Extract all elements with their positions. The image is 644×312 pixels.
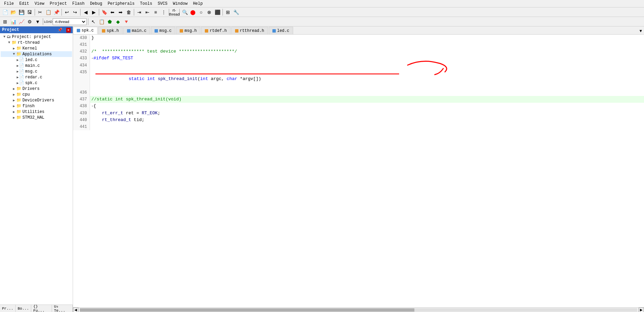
tree-led-c[interactable]: ▶ 📄 led.c (1, 57, 72, 63)
menu-help[interactable]: Help (190, 1, 205, 7)
download-button[interactable]: 🔻 (122, 18, 130, 25)
expand-led-c[interactable]: ▶ (16, 58, 19, 62)
cut-button[interactable]: ✂ (36, 8, 44, 16)
line-content-432[interactable]: /* **************** test device ********… (90, 48, 644, 55)
new-file-button[interactable]: 📄 (1, 8, 9, 16)
indent-button[interactable]: ⇥ (136, 8, 143, 16)
menu-view[interactable]: View (32, 1, 47, 7)
tab-functions[interactable]: {} Fu... (31, 305, 52, 312)
save-button[interactable]: 💾 (18, 8, 25, 16)
clear-bookmark-button[interactable]: 🗑 (125, 8, 132, 16)
tab-rtdef-h[interactable]: rtdef.h (201, 27, 230, 34)
tree-drivers[interactable]: ▶ 📁 Drivers (1, 86, 72, 92)
line-content-433[interactable]: ▪#ifdef SPK_TEST (90, 55, 644, 62)
expand-drivers[interactable]: ▶ (12, 87, 16, 91)
info-button[interactable]: rt-thread (171, 8, 178, 16)
tb2-btn4[interactable]: ⚙ (26, 18, 33, 25)
expand-kernel[interactable]: ▶ (12, 46, 16, 51)
tb2-btn2[interactable]: 📊 (10, 18, 17, 25)
tb2-btn6[interactable]: 📋 (98, 18, 105, 25)
debug1-button[interactable]: ⬤ (189, 8, 197, 16)
redo-button[interactable]: ↪ (71, 8, 79, 16)
tab-templates[interactable]: U₀ Te... (52, 305, 73, 312)
next-bookmark-button[interactable]: ➡ (117, 8, 124, 16)
tree-msg-c[interactable]: ▶ 📄 msg.c (1, 69, 72, 74)
debug2-button[interactable]: ○ (197, 8, 205, 16)
expand-project-root[interactable]: ▼ (2, 35, 7, 39)
expand-finsh[interactable]: ▶ (12, 104, 16, 108)
scroll-right-button[interactable]: ▶ (639, 308, 644, 312)
tree-project-root[interactable]: ▼ 🗂 Project: project (1, 34, 72, 40)
window-button[interactable]: ⊞ (224, 8, 232, 16)
line-content-435[interactable]: static int spk_thread_init(int argc, cha… (90, 69, 644, 89)
tree-stm32hal[interactable]: ▶ 📁 STM32_HAL (1, 115, 72, 120)
scroll-left-button[interactable]: ◀ (73, 308, 78, 312)
menu-project[interactable]: Project (47, 1, 69, 7)
scroll-thumb[interactable] (80, 308, 414, 312)
menu-peripherals[interactable]: Peripherals (105, 1, 137, 7)
line-content-439[interactable]: rt_err_t ret = RT_EOK; (90, 110, 644, 117)
tb2-btn5[interactable]: ▼ (34, 18, 41, 25)
tree-kernel[interactable]: ▶ 📁 Kernel (1, 45, 72, 51)
expand-redar-c[interactable]: ▶ (16, 75, 19, 79)
menu-window[interactable]: Window (170, 1, 190, 7)
menu-debug[interactable]: Debug (87, 1, 105, 7)
tab-project[interactable]: Pr... (0, 305, 16, 312)
tree-devicedrivers[interactable]: ▶ 📁 DeviceDrivers (1, 97, 72, 103)
menu-file[interactable]: File (1, 1, 17, 7)
line-content-441[interactable] (90, 123, 644, 130)
outdent-button[interactable]: ⇤ (144, 8, 151, 16)
line-content-438[interactable]: ▪{ (90, 103, 644, 110)
tab-spk-c[interactable]: spk.c (73, 27, 97, 34)
tab-spk-h[interactable]: spk.h (98, 27, 123, 34)
line-content-430[interactable]: } (90, 35, 644, 41)
nav-forward-button[interactable]: ▶ (90, 8, 97, 16)
tree-utilities[interactable]: ▶ 📁 Utilities (1, 109, 72, 115)
line-content-436[interactable] (90, 89, 644, 96)
nav-back-button[interactable]: ◀ (82, 8, 89, 16)
expand-rt-thread[interactable]: ▼ (7, 41, 12, 44)
editor-scrollbar[interactable]: ◀ ▶ (73, 307, 644, 312)
expand-devicedrivers[interactable]: ▶ (12, 98, 16, 102)
tab-more-button[interactable]: ▼ (638, 28, 644, 34)
build-button[interactable]: ⬟ (106, 18, 113, 25)
tab-rtthread-h[interactable]: rtthread.h (231, 27, 268, 34)
menu-svcs[interactable]: SVCS (155, 1, 170, 7)
debug4-button[interactable]: ⬛ (214, 8, 221, 16)
tree-main-c[interactable]: ▶ 📄 main.c (1, 63, 72, 69)
expand-spk-c[interactable]: ▶ (16, 81, 19, 85)
tab-msg-h[interactable]: msg.h (176, 27, 200, 34)
align2-button[interactable]: ⋮ (160, 8, 167, 16)
tb2-btn1[interactable]: ⊞ (1, 18, 9, 25)
tree-spk-c[interactable]: ▶ 📄 spk.c (1, 80, 72, 86)
menu-edit[interactable]: Edit (17, 1, 32, 7)
line-content-440[interactable]: rt_thread_t tid; (90, 117, 644, 123)
expand-utilities[interactable]: ▶ (12, 110, 16, 114)
copy-button[interactable]: 📋 (44, 8, 52, 16)
tree-cpu[interactable]: ▶ 📁 cpu (1, 92, 72, 97)
load-button[interactable]: LOAD (44, 18, 52, 25)
project-pin-icon[interactable]: 📌 (57, 28, 62, 33)
tab-led-c[interactable]: led.c (269, 27, 293, 34)
paste-button[interactable]: 📌 (53, 8, 60, 16)
line-content-431[interactable] (90, 41, 644, 48)
tb2-btn3[interactable]: 📈 (18, 18, 25, 25)
undo-button[interactable]: ↩ (63, 8, 71, 16)
expand-stm32hal[interactable]: ▶ (12, 116, 16, 120)
cursor-button[interactable]: ↖ (90, 18, 97, 25)
tree-rt-thread[interactable]: ▼ 📁 rt-thread (1, 40, 72, 45)
line-content-434[interactable] (90, 62, 644, 69)
open-file-button[interactable]: 📂 (10, 8, 17, 16)
bookmark-button[interactable]: 🔖 (101, 8, 108, 16)
tab-msg-c[interactable]: msg.c (151, 27, 175, 34)
tree-applications[interactable]: ▼ 📁 Applications (1, 51, 72, 57)
code-editor[interactable]: 430 } 431 432 /* **************** test d… (73, 35, 644, 307)
tab-books[interactable]: Bo... (16, 305, 31, 312)
rebuild-button[interactable]: ◆ (114, 18, 122, 25)
menu-tools[interactable]: Tools (137, 1, 155, 7)
tree-redar-c[interactable]: ▶ 📄 redar.c (1, 74, 72, 80)
expand-msg-c[interactable]: ▶ (16, 70, 19, 74)
expand-cpu[interactable]: ▶ (12, 93, 16, 97)
scroll-track[interactable] (80, 308, 637, 312)
prev-bookmark-button[interactable]: ⬅ (109, 8, 116, 16)
